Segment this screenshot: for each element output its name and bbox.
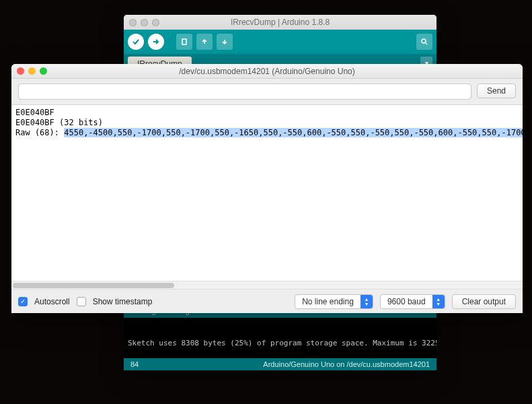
output-line: E0E040BF (32 bits)	[15, 118, 519, 128]
ide-board-info: Arduino/Genuino Uno on /dev/cu.usbmodem1…	[263, 360, 430, 368]
clear-output-button[interactable]: Clear output	[452, 294, 516, 309]
baud-select[interactable]: 9600 baud ▲▼	[380, 294, 445, 309]
output-line: E0E040BF	[15, 108, 519, 118]
send-button[interactable]: Send	[477, 83, 516, 98]
line-ending-select[interactable]: No line ending ▲▼	[295, 294, 373, 309]
output-line: Raw (68): 4550,-4500,550,-1700,550,-1700…	[15, 128, 519, 138]
check-icon	[132, 38, 140, 46]
file-icon	[180, 38, 188, 46]
baud-value: 9600 baud	[381, 297, 432, 306]
serial-monitor-window: /dev/cu.usbmodem14201 (Arduino/Genuino U…	[11, 64, 523, 313]
monitor-footer: Autoscroll Show timestamp No line ending…	[11, 289, 523, 313]
ide-title: IRrecvDump | Arduino 1.8.8	[124, 18, 436, 27]
serial-monitor-button[interactable]	[416, 34, 432, 50]
updown-arrows-icon: ▲▼	[360, 295, 373, 308]
arrow-right-icon	[152, 38, 160, 46]
scrollbar-thumb[interactable]	[13, 283, 174, 288]
output-prefix: Raw (68):	[15, 128, 64, 137]
open-button[interactable]	[196, 34, 213, 50]
monitor-title: /dev/cu.usbmodem14201 (Arduino/Genuino U…	[11, 67, 523, 76]
magnifier-icon	[420, 38, 428, 46]
ide-console: Sketch uses 8308 bytes (25%) of program …	[124, 318, 436, 358]
svg-point-1	[422, 39, 426, 43]
console-line: Sketch uses 8308 bytes (25%) of program …	[128, 339, 432, 348]
svg-rect-0	[182, 39, 186, 44]
ide-titlebar: IRrecvDump | Arduino 1.8.8	[124, 15, 436, 30]
monitor-send-row: Send	[11, 79, 523, 104]
selected-text: 4550,-4500,550,-1700,550,-1700,550,-1650…	[64, 128, 523, 137]
autoscroll-checkbox[interactable]	[18, 297, 28, 306]
updown-arrows-icon: ▲▼	[432, 295, 445, 308]
autoscroll-label: Autoscroll	[34, 297, 70, 306]
verify-button[interactable]	[128, 34, 144, 50]
serial-output[interactable]: E0E040BF E0E040BF (32 bits) Raw (68): 45…	[11, 104, 523, 289]
save-button[interactable]	[217, 34, 233, 50]
new-button[interactable]	[176, 34, 192, 50]
ide-line-number: 84	[130, 360, 139, 368]
monitor-titlebar: /dev/cu.usbmodem14201 (Arduino/Genuino U…	[11, 64, 523, 79]
upload-button[interactable]	[148, 34, 164, 50]
horizontal-scrollbar[interactable]	[11, 281, 523, 289]
arrow-up-icon	[200, 38, 208, 46]
ide-toolbar	[124, 30, 436, 54]
timestamp-checkbox[interactable]	[77, 297, 86, 306]
timestamp-label: Show timestamp	[93, 297, 153, 306]
ide-footer: 84 Arduino/Genuino Uno on /dev/cu.usbmod…	[124, 358, 436, 370]
serial-input[interactable]	[18, 83, 471, 100]
line-ending-value: No line ending	[295, 297, 360, 306]
arrow-down-icon	[221, 38, 229, 46]
